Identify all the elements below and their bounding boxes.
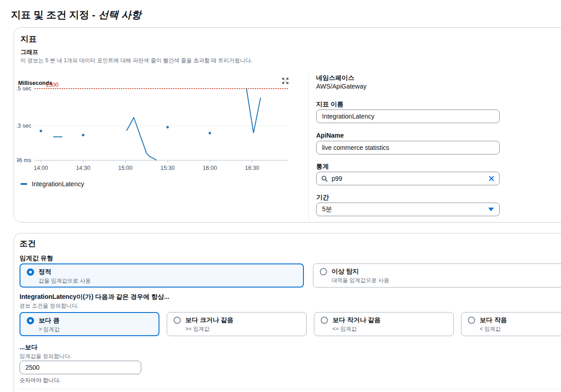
- metric-chart: 2.5 sec1.3 sec196 ms14:0014:3015:0015:30…: [17, 78, 289, 174]
- metric-name-label: 지표 이름: [316, 100, 343, 109]
- panel-vertical-divider: [308, 73, 309, 221]
- period-label: 기간: [316, 194, 329, 202]
- svg-text:196 ms: 196 ms: [17, 157, 31, 164]
- operator-greater-tile[interactable]: 보다 큼 > 임계값: [20, 312, 159, 336]
- tile-description: < 임계값: [480, 325, 507, 333]
- tile-title: 정적: [39, 268, 91, 276]
- radio-unselected-icon: [320, 268, 327, 275]
- metric-heading: 지표: [20, 34, 37, 45]
- dimension-label: ApiName: [316, 132, 344, 139]
- svg-text:14:00: 14:00: [34, 165, 48, 171]
- tile-description: 값을 임계값으로 사용: [39, 277, 91, 285]
- tile-title: 보다 작음: [480, 316, 507, 324]
- threshold-hint: 숫자여야 합니다.: [20, 377, 61, 384]
- tile-description: > 임계값: [39, 326, 60, 333]
- threshold-value-description: 임계값을 정의합니다.: [20, 352, 72, 360]
- tile-title: 보다 크거나 같음: [185, 316, 233, 324]
- svg-text:2500: 2500: [46, 82, 59, 88]
- tile-description: 대역을 임계값으로 사용: [332, 277, 389, 284]
- legend-line-swatch: [20, 183, 27, 185]
- tile-description: <= 임계값: [333, 325, 381, 333]
- tile-title: 보다 작거나 같음: [333, 316, 381, 324]
- condition-title: IntegrationLatency이(가) 다음과 같은 경우에 항상...: [20, 293, 169, 301]
- radio-unselected-icon: [321, 317, 328, 324]
- svg-text:16:00: 16:00: [203, 165, 217, 171]
- radio-unselected-icon: [174, 317, 181, 324]
- period-selected-value: 5분: [322, 205, 332, 213]
- clear-icon[interactable]: [488, 175, 495, 182]
- page-title: 지표 및 조건 지정 -선택 사항: [11, 8, 141, 22]
- period-select[interactable]: 5분: [316, 203, 500, 216]
- expand-icon[interactable]: [281, 77, 289, 85]
- legend-series-label: IntegrationLatency: [32, 180, 84, 188]
- threshold-type-anomaly-tile[interactable]: 이상 탐지 대역을 임계값으로 사용: [313, 263, 561, 288]
- svg-text:15:30: 15:30: [160, 165, 174, 171]
- metric-panel: 지표 그래프 이 경보는 5 분 내 1개의 데이터 포인트에 대해 파란색 줄…: [14, 27, 561, 223]
- chart-legend: IntegrationLatency: [20, 180, 84, 188]
- namespace-value: AWS/ApiGateway: [316, 83, 367, 90]
- statistic-input[interactable]: [332, 175, 485, 182]
- radio-unselected-icon: [468, 317, 475, 324]
- radio-selected-icon: [27, 268, 34, 276]
- radio-selected-icon: [27, 317, 34, 324]
- graph-description: 이 경보는 5 분 내 1개의 데이터 포인트에 대해 파란색 줄이 빨간색 줄…: [20, 57, 253, 65]
- threshold-value-input[interactable]: [20, 361, 141, 374]
- statistic-search-box[interactable]: [316, 172, 500, 185]
- svg-text:15:00: 15:00: [118, 165, 132, 171]
- namespace-label: 네임스페이스: [316, 74, 354, 82]
- tile-title: 이상 탐지: [332, 268, 389, 275]
- condition-description: 경보 조건을 정의합니다.: [20, 302, 79, 310]
- operator-less-equal-tile[interactable]: 보다 작거나 같음 <= 임계값: [314, 312, 454, 336]
- section-divider: [20, 389, 561, 389]
- conditions-panel: 조건 임계값 유형 정적 값을 임계값으로 사용 이상 탐지 대역을 임계값으로…: [14, 233, 561, 392]
- operator-less-tile[interactable]: 보다 작음 < 임계값: [461, 312, 561, 336]
- svg-text:1.3 sec: 1.3 sec: [17, 123, 31, 129]
- search-icon: [321, 175, 328, 182]
- dimension-value-input[interactable]: [316, 141, 500, 154]
- svg-text:14:30: 14:30: [76, 165, 90, 171]
- metric-name-input[interactable]: [316, 109, 500, 123]
- statistic-label: 통계: [316, 163, 329, 171]
- operator-greater-equal-tile[interactable]: 보다 크거나 같음 >= 임계값: [167, 312, 307, 336]
- svg-text:2.5 sec: 2.5 sec: [17, 85, 31, 92]
- page-title-main: 지표 및 조건 지정 -: [11, 9, 95, 20]
- threshold-type-static-tile[interactable]: 정적 값을 임계값으로 사용: [20, 263, 304, 288]
- conditions-heading: 조건: [20, 238, 36, 249]
- svg-text:16:30: 16:30: [245, 165, 259, 171]
- page: 지표 및 조건 지정 -선택 사항 지표 그래프 이 경보는 5 분 내 1개의…: [0, 0, 561, 392]
- graph-label: 그래프: [20, 48, 38, 56]
- threshold-value-label: ...보다: [20, 343, 38, 352]
- page-title-optional: 선택 사항: [99, 9, 141, 20]
- threshold-type-label: 임계값 유형: [20, 254, 53, 263]
- chevron-down-icon: [488, 208, 494, 211]
- tile-title: 보다 큼: [39, 317, 60, 324]
- tile-description: >= 임계값: [185, 325, 233, 333]
